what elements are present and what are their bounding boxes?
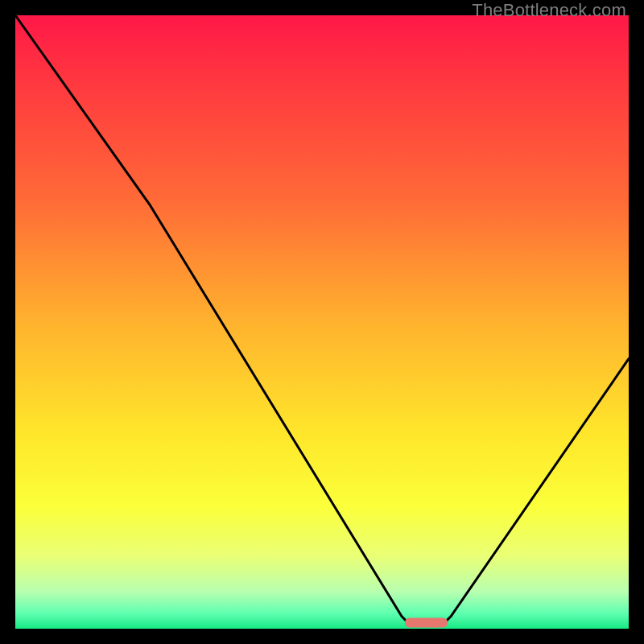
chart-frame (15, 15, 629, 629)
optimal-marker (405, 617, 448, 627)
gradient-background (15, 15, 629, 629)
bottleneck-chart (15, 15, 629, 629)
watermark-text: TheBottleneck.com (472, 0, 626, 21)
